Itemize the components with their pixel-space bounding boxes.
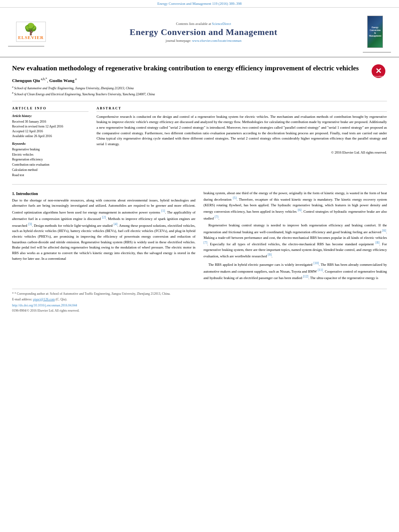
history-accepted: Accepted 12 April 2016	[12, 129, 88, 134]
keyword-4: Contribution ratio evaluation	[12, 162, 88, 168]
article-footer: * * Corresponding author at: School of A…	[12, 289, 387, 313]
elsevier-name: ELSEVIER	[18, 35, 44, 40]
crossmark-badge: ✕ CrossMark	[371, 64, 387, 80]
ref-6: [6]	[298, 208, 301, 212]
article-title-area: New evaluation methodology of regenerati…	[12, 64, 365, 97]
author-2-name: Guolin Wang	[49, 78, 74, 82]
keyword-3: Regeneration efficiency	[12, 157, 88, 162]
affiliation-a: a School of Automotive and Traffic Engin…	[12, 85, 365, 91]
contents-text: Contents lists available at	[176, 22, 212, 26]
ref-12: [12]	[303, 275, 308, 278]
article-info-abstract-section: ARTICLE INFO Article history: Received 3…	[12, 106, 387, 185]
journal-citation-text: Energy Conversion and Management 119 (20…	[157, 2, 241, 6]
history-online: Available online 26 April 2016	[12, 134, 88, 139]
email-link[interactable]: ujsqcj@126.com	[33, 298, 55, 301]
ref-7b: [7]	[204, 241, 207, 244]
body-col-right: braking system, about one third of the e…	[204, 191, 387, 283]
email-attribution: (C. Qiu).	[56, 298, 67, 301]
introduction-heading: 1. Introduction	[12, 191, 195, 196]
crossmark-icon: ✕ CrossMark	[371, 64, 386, 79]
journal-homepage-line: journal homepage: www.elsevier.com/locat…	[44, 39, 363, 43]
ref-7: [7]	[215, 215, 218, 219]
ref-5: [5]	[233, 196, 237, 200]
body-two-column: 1. Introduction Due to the shortage of n…	[12, 191, 387, 283]
author-1-name: Chengqun Qiu	[12, 78, 40, 82]
elsevier-logo: 🌳 ELSEVIER	[16, 22, 46, 42]
svg-text:✕: ✕	[375, 67, 382, 75]
ref-8: [8]	[376, 241, 379, 244]
keyword-6: Road test	[12, 173, 88, 178]
ref-10: [10]	[313, 261, 319, 265]
article-info-column: ARTICLE INFO Article history: Received 3…	[12, 106, 88, 178]
author-2-sup: a	[74, 77, 77, 81]
elsevier-tree-icon: 🌳	[18, 24, 44, 35]
intro-col2-para-1: braking system, about one third of the e…	[204, 191, 387, 222]
footer-links: http://dx.doi.org/10.1016/j.enconman.201…	[12, 304, 387, 307]
article-content: New evaluation methodology of regenerati…	[0, 58, 399, 322]
homepage-url[interactable]: www.elsevier.com/locate/enconman	[192, 39, 241, 43]
ref-1: [1]	[161, 209, 165, 213]
keywords-label: Keywords:	[12, 142, 88, 146]
abstract-paragraph: Comprehensive research is conducted on t…	[97, 114, 387, 147]
affiliation-b: b School of Clean Energy and Electrical …	[12, 91, 365, 97]
abstract-text: Comprehensive research is conducted on t…	[97, 114, 387, 147]
article-info-label: ARTICLE INFO	[12, 106, 88, 112]
abstract-label: ABSTRACT	[97, 106, 387, 112]
journal-header: 🌳 ELSEVIER Contents lists available at S…	[0, 8, 399, 58]
keyword-1: Regenerative braking	[12, 147, 88, 152]
ref-11: [11]	[318, 268, 323, 272]
history-received: Received 30 January 2016	[12, 119, 88, 124]
elsevier-logo-box: 🌳 ELSEVIER	[8, 18, 44, 47]
ref-3: [3]	[28, 222, 32, 226]
abstract-column: ABSTRACT Comprehensive research is condu…	[97, 106, 387, 178]
email-note: E-mail address: ujsqcj@126.com (C. Qiu).	[12, 297, 387, 302]
journal-center-info: Contents lists available at ScienceDirec…	[44, 22, 363, 43]
cover-title-text: EnergyConversion&Management	[369, 26, 381, 38]
body-col-left: 1. Introduction Due to the shortage of n…	[12, 191, 195, 283]
intro-col2-para-3: The RBS applied in hybrid electric passe…	[204, 261, 387, 281]
keyword-5: Calculation method	[12, 168, 88, 173]
journal-citation-bar: Energy Conversion and Management 119 (20…	[0, 0, 399, 8]
footnote-star: * * Corresponding author at: School of A…	[12, 292, 387, 296]
copyright-line: © 2016 Elsevier Ltd. All rights reserved…	[97, 150, 387, 154]
ref-9: [9]	[268, 253, 271, 257]
doi-link[interactable]: http://dx.doi.org/10.1016/j.enconman.201…	[12, 304, 77, 307]
journal-cover-image: EnergyConversion&Management	[367, 16, 383, 48]
affiliations-area: a School of Automotive and Traffic Engin…	[12, 85, 365, 97]
keyword-2: Electric vehicles	[12, 152, 88, 158]
journal-title: Energy Conversion and Management	[44, 27, 363, 37]
article-history-label: Article history:	[12, 114, 88, 118]
ref-2: [2]	[102, 216, 106, 219]
intro-para-1: Due to the shortage of non-renewable res…	[12, 198, 195, 262]
history-revised: Received in revised form 12 April 2016	[12, 124, 88, 129]
authors-line: Chengqun Qiu a,b,*, Guolin Wang a	[12, 77, 365, 83]
intro-col1-text: Due to the shortage of non-renewable res…	[12, 198, 195, 262]
article-title-section: New evaluation methodology of regenerati…	[12, 64, 387, 101]
ref-6b: [6]	[382, 229, 386, 232]
author-1-sup: a,b,*	[40, 77, 47, 81]
intro-col2-text: braking system, about one third of the e…	[204, 191, 387, 281]
sciencedirect-link[interactable]: ScienceDirect	[212, 22, 231, 26]
svg-text:CrossMark: CrossMark	[374, 76, 384, 78]
intro-col2-para-2: Regenerative braking control strategy is…	[204, 223, 387, 259]
email-label: E-mail address:	[12, 298, 33, 301]
article-title: New evaluation methodology of regenerati…	[12, 64, 365, 73]
contents-availability-line: Contents lists available at ScienceDirec…	[44, 22, 363, 26]
ref-4: [4]	[114, 222, 117, 226]
footnote-star-text: * Corresponding author at: School of Aut…	[14, 292, 171, 296]
issn-line: 0196-8904/© 2016 Elsevier Ltd. All right…	[12, 308, 387, 313]
journal-cover-box: EnergyConversion&Management	[363, 12, 391, 53]
keywords-section: Keywords: Regenerative braking Electric …	[12, 142, 88, 178]
homepage-label: journal homepage:	[166, 39, 192, 43]
